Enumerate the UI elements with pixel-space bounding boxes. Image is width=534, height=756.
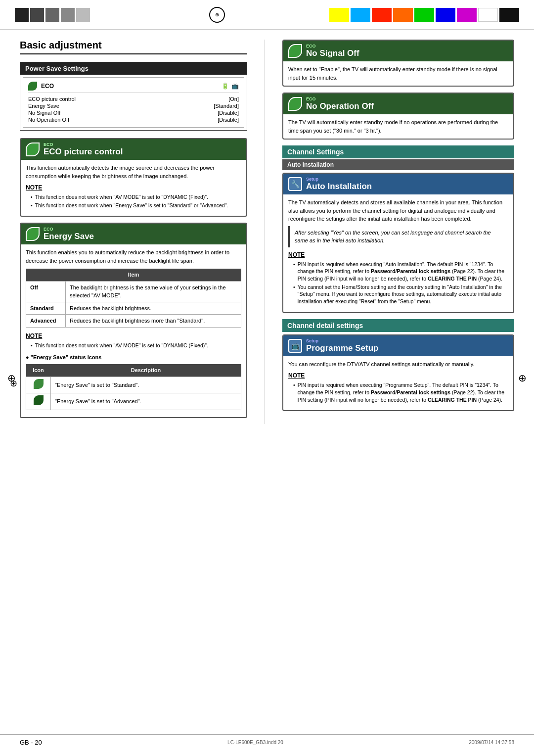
leaf-standard-icon bbox=[34, 379, 44, 389]
list-item: "Energy Save" is set to "Advanced". bbox=[26, 393, 241, 410]
auto-installation-note-2: • You cannot set the Home/Store setting … bbox=[293, 284, 508, 305]
no-signal-title: No Signal Off bbox=[306, 48, 359, 58]
energy-save-tag: ECO bbox=[44, 227, 94, 232]
eco-picture-title: ECO picture control bbox=[44, 147, 123, 157]
eco-top-row: ECO 🔋 📺 bbox=[28, 82, 239, 93]
status-icons-title: ● "Energy Save" status icons bbox=[26, 353, 241, 362]
green-block bbox=[414, 8, 434, 22]
auto-installation-note: NOTE • PIN input is required when execut… bbox=[288, 250, 508, 305]
energy-save-body: This function enables you to automatical… bbox=[21, 244, 246, 417]
gray-block-3 bbox=[45, 8, 59, 22]
reg-mark-left-center: ⊕ bbox=[7, 372, 16, 384]
no-operation-off-box: ECO No Operation Off The TV will automat… bbox=[282, 93, 514, 140]
auto-installation-notes: • PIN input is required when executing "… bbox=[288, 261, 508, 305]
no-signal-title-stack: ECO No Signal Off bbox=[306, 44, 359, 58]
black-block bbox=[499, 8, 519, 22]
no-signal-off-header: ECO No Signal Off bbox=[283, 41, 513, 61]
gray-block-5 bbox=[76, 8, 90, 22]
auto-installation-indent-note: After selecting "Yes" on the screen, you… bbox=[288, 226, 508, 247]
settings-label-4: No Operation Off bbox=[28, 117, 69, 123]
auto-installation-text: The TV automatically detects and stores … bbox=[288, 198, 508, 223]
energy-save-text: This function enables you to automatical… bbox=[26, 248, 241, 265]
no-signal-body: When set to "Enable", the TV will automa… bbox=[283, 61, 513, 86]
programme-setup-title-stack: Setup Programme Setup bbox=[306, 338, 378, 353]
table-cell-desc-3: Reduces the backlight brightness more th… bbox=[66, 315, 241, 328]
settings-value-1: [On] bbox=[228, 96, 239, 102]
wrench-glyph: 🔧 bbox=[291, 180, 300, 188]
programme-setup-note-title: NOTE bbox=[288, 371, 508, 380]
gray-calibration-blocks bbox=[15, 8, 90, 22]
table-row: Advanced Reduces the backlight brightnes… bbox=[26, 315, 241, 328]
auto-installation-title: Auto Installation bbox=[306, 182, 372, 191]
energy-save-table-header: Item bbox=[26, 269, 241, 281]
settings-rows: ECO picture control [On] Energy Save [St… bbox=[28, 95, 239, 123]
settings-row-2: Energy Save [Standard] bbox=[28, 102, 239, 109]
settings-value-3: [Disable] bbox=[218, 110, 239, 116]
settings-row-1: ECO picture control [On] bbox=[28, 95, 239, 102]
auto-installation-body: The TV automatically detects and stores … bbox=[283, 194, 513, 312]
programme-setup-body: You can reconfigure the DTV/ATV channel … bbox=[283, 356, 513, 411]
auto-installation-header: 🔧 Setup Auto Installation bbox=[283, 174, 513, 194]
channel-settings-header: Channel Settings bbox=[282, 145, 514, 158]
reg-mark-right-center: ⊕ bbox=[518, 372, 527, 384]
eco-leaf-operation-icon bbox=[288, 97, 302, 111]
programme-setup-tag: Setup bbox=[306, 338, 378, 343]
color-calibration-blocks bbox=[329, 8, 519, 22]
eco-icon-1: 🔋 bbox=[222, 83, 229, 90]
auto-installation-subheader: Auto Installation bbox=[282, 159, 514, 170]
cyan-block bbox=[351, 8, 370, 22]
energy-save-note-title: NOTE bbox=[26, 331, 241, 340]
auto-installation-note-title: NOTE bbox=[288, 250, 508, 259]
blue-block bbox=[436, 8, 455, 22]
table-cell-item-3: Advanced bbox=[26, 315, 66, 328]
eco-picture-note-2: • This function does not work when "Ener… bbox=[31, 202, 241, 209]
power-save-inner: ECO 🔋 📺 ECO picture control [On] Energy … bbox=[23, 77, 244, 128]
tv-glyph: 📺 bbox=[291, 342, 300, 350]
eco-icon-2: 📺 bbox=[231, 83, 239, 90]
status-desc-standard: "Energy Save" is set to "Standard". bbox=[51, 377, 241, 393]
status-icons-label: "Energy Save" status icons bbox=[31, 354, 102, 360]
registration-mark-top: ⊕ bbox=[209, 7, 225, 23]
status-icons-table: Icon Description "Energy Save" is set to… bbox=[26, 364, 241, 410]
eco-leaf-small-icon bbox=[28, 82, 37, 91]
eco-picture-text: This function automatically detects the … bbox=[26, 164, 241, 180]
no-operation-title-stack: ECO No Operation Off bbox=[306, 96, 374, 111]
settings-value-4: [Disable] bbox=[218, 117, 239, 123]
settings-row-3: No Signal Off [Disable] bbox=[28, 109, 239, 116]
white-block bbox=[478, 8, 498, 22]
table-cell-desc-1: The backlight brightness is the same val… bbox=[66, 281, 241, 302]
programme-setup-notes: • PIN input is required when executing "… bbox=[288, 381, 508, 403]
auto-installation-setup-tag: Setup bbox=[306, 177, 372, 182]
leaf-advanced-icon bbox=[34, 395, 44, 405]
programme-setup-note-1: • PIN input is required when executing "… bbox=[293, 381, 508, 403]
orange-block bbox=[393, 8, 413, 22]
status-col-icon: Icon bbox=[26, 364, 51, 377]
power-save-settings-box: Power Save Settings ECO 🔋 📺 ECO picture … bbox=[20, 62, 247, 131]
status-icon-standard bbox=[26, 377, 51, 393]
energy-save-table: Item Off The backlight brightness is the… bbox=[26, 269, 241, 328]
no-operation-text: The TV will automatically enter standby … bbox=[288, 118, 508, 135]
programme-setup-text: You can reconfigure the DTV/ATV channel … bbox=[288, 360, 508, 369]
eco-picture-header: ECO ECO picture control bbox=[21, 139, 246, 160]
programme-setup-icon: 📺 bbox=[288, 339, 302, 353]
date-info: 2009/07/14 14:37:58 bbox=[469, 740, 514, 745]
eco-picture-note: NOTE • This function does not work when … bbox=[26, 183, 241, 209]
no-operation-title: No Operation Off bbox=[306, 101, 374, 111]
energy-save-title: Energy Save bbox=[44, 232, 94, 241]
gray-block-4 bbox=[61, 8, 75, 22]
top-printer-bar: ⊕ bbox=[0, 0, 534, 30]
energy-save-note: NOTE • This function does not work when … bbox=[26, 331, 241, 349]
page-title: Basic adjustment bbox=[20, 40, 247, 54]
settings-label-2: Energy Save bbox=[28, 103, 59, 109]
energy-save-title-stack: ECO Energy Save bbox=[44, 227, 94, 241]
auto-installation-box: 🔧 Setup Auto Installation The TV automat… bbox=[282, 173, 514, 313]
page-number: GB - 20 bbox=[20, 739, 42, 746]
energy-save-notes: • This function does not work when "AV M… bbox=[26, 342, 241, 349]
channel-detail-header: Channel detail settings bbox=[282, 319, 514, 332]
table-cell-item-1: Off bbox=[26, 281, 66, 302]
eco-picture-note-title: NOTE bbox=[26, 183, 241, 192]
eco-leaf-signal-icon bbox=[288, 44, 302, 58]
no-signal-text: When set to "Enable", the TV will automa… bbox=[288, 65, 508, 82]
setup-wrench-icon: 🔧 bbox=[288, 177, 302, 191]
energy-save-box: ECO Energy Save This function enables yo… bbox=[20, 223, 247, 418]
